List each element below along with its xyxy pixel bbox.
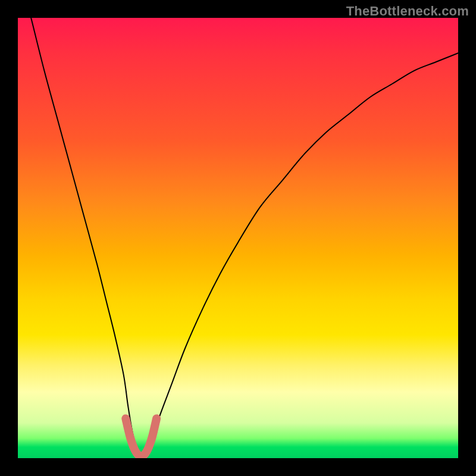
chart-frame: TheBottleneck.com	[0, 0, 476, 476]
watermark-text: TheBottleneck.com	[346, 4, 469, 19]
chart-svg	[18, 18, 458, 458]
bottleneck-curve	[18, 18, 458, 458]
optimal-highlight	[126, 418, 156, 456]
chart-plot-area	[18, 18, 458, 458]
